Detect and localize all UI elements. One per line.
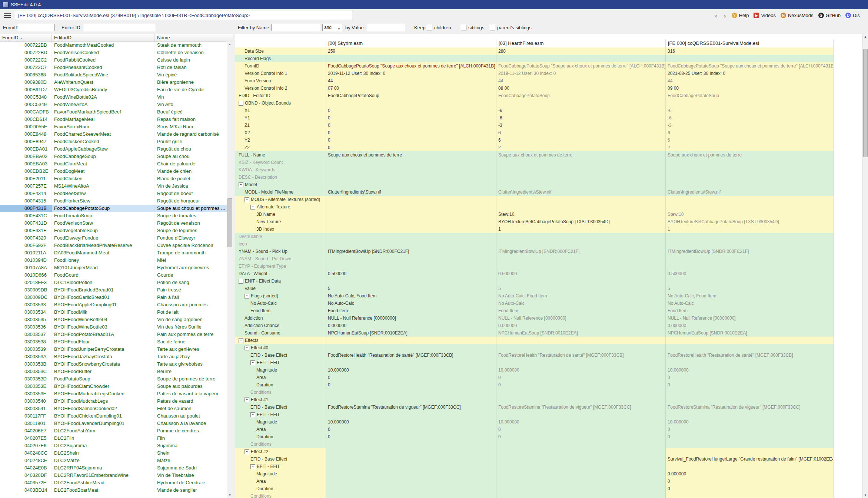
collapse-toggle-icon[interactable]: − bbox=[245, 294, 249, 299]
list-item[interactable]: 0010211ADA03FoodMammothMeatTrompe de mam… bbox=[0, 249, 227, 257]
collapse-toggle-icon[interactable]: − bbox=[250, 360, 255, 365]
value-cell[interactable] bbox=[326, 277, 496, 285]
value-cell[interactable]: 0.500000 bbox=[496, 270, 666, 277]
value-cell[interactable]: NPCHumanEatSoup [SNDR:0010E2EA] bbox=[666, 329, 834, 337]
nav-forward-button[interactable]: › bbox=[723, 12, 726, 19]
value-cell[interactable]: 5 bbox=[496, 285, 666, 292]
list-item[interactable]: 000EBA03FoodClamMeatChair de palourde bbox=[0, 160, 227, 168]
value-cell[interactable]: 6 bbox=[496, 129, 666, 136]
value-cell[interactable]: ITMIngredientBowlUp [SNDR:000FC21F] bbox=[326, 248, 496, 255]
value-cell[interactable]: NULL - Null Reference [00000000] bbox=[666, 314, 834, 322]
value-cell[interactable]: 07 00 bbox=[326, 85, 496, 92]
list-item[interactable]: 030009DCBYOHFoodGarlicBread01Pain à l'ai… bbox=[0, 294, 227, 301]
value-cell[interactable]: NULL - Null Reference [00000000] bbox=[326, 314, 496, 322]
list-item[interactable]: 030009DBBYOHFoodBraidedBread01Pain tress… bbox=[0, 286, 227, 294]
plugin-column-survivalmode[interactable]: [FE 000] ccQDRSSE001-SurvivalMode.esl bbox=[666, 39, 834, 48]
value-cell[interactable] bbox=[666, 463, 834, 470]
list-item[interactable]: 0010D666FoodGourdGourde bbox=[0, 271, 227, 279]
value-cell[interactable]: 0.500000 bbox=[666, 270, 834, 277]
value-cell[interactable]: FoodRestoreStamina "Restauration de vigu… bbox=[666, 403, 834, 411]
value-cell[interactable] bbox=[496, 263, 666, 270]
value-cell[interactable]: 6 bbox=[496, 136, 666, 144]
value-cell[interactable] bbox=[326, 455, 496, 463]
value-cell[interactable]: Food Item bbox=[666, 307, 834, 314]
value-cell[interactable]: Soupe aux choux et pommes de terre bbox=[666, 151, 834, 159]
value-cell[interactable]: 288 bbox=[496, 47, 666, 55]
column-header-formid[interactable]: FormID▲ bbox=[0, 34, 52, 42]
value-cell[interactable] bbox=[496, 166, 666, 174]
value-cell[interactable] bbox=[666, 233, 834, 240]
value-cell[interactable]: No Auto-Calc, Food Item bbox=[496, 292, 666, 300]
list-item[interactable]: 0403BD14DLC2FoodBoarMeatViande de sangli… bbox=[0, 487, 227, 494]
value-cell[interactable] bbox=[666, 359, 834, 366]
value-cell[interactable]: Clutter\Ingredients\Stew.nif bbox=[326, 188, 496, 196]
value-cell[interactable]: Stew:10 bbox=[496, 211, 666, 218]
value-cell[interactable]: No Auto-Calc bbox=[496, 300, 666, 307]
value-cell[interactable] bbox=[666, 240, 834, 248]
scroll-down-icon[interactable]: ▼ bbox=[227, 492, 233, 498]
value-cell[interactable]: Stew:10 bbox=[666, 211, 834, 218]
value-cell[interactable] bbox=[666, 203, 834, 211]
list-item[interactable]: 000F431BFoodCabbagePotatoSoupSoupe aux c… bbox=[0, 205, 227, 212]
link-videos[interactable]: ▶Videos bbox=[754, 13, 776, 18]
value-cell[interactable] bbox=[326, 470, 496, 478]
scroll-up-icon[interactable]: ▲ bbox=[863, 34, 868, 40]
value-cell[interactable] bbox=[496, 389, 666, 396]
value-cell[interactable] bbox=[496, 411, 666, 418]
nav-back-button[interactable]: ‹ bbox=[714, 12, 718, 19]
list-item[interactable]: 000722C7FoodPheasantCookedRôti de faisan bbox=[0, 64, 227, 71]
value-cell[interactable]: 0 bbox=[666, 426, 834, 433]
list-item[interactable]: 00085368FoodSolitudeSpicedWineVin épicé bbox=[0, 71, 227, 79]
value-cell[interactable]: Food Item bbox=[496, 307, 666, 314]
list-item[interactable]: 03003534BYOHFoodMilkPot de lait bbox=[0, 309, 227, 316]
value-cell[interactable] bbox=[496, 478, 666, 485]
value-cell[interactable]: FoodCabbagePotatoSoup "Soupe aux choux e… bbox=[326, 62, 496, 70]
list-item[interactable]: 000C5348FoodWineBottle02AVin bbox=[0, 93, 227, 101]
value-cell[interactable]: Food Item bbox=[326, 307, 496, 314]
value-cell[interactable] bbox=[666, 277, 834, 285]
value-cell[interactable]: 08 00 bbox=[496, 85, 666, 92]
value-cell[interactable] bbox=[326, 196, 496, 203]
value-cell[interactable]: 259 bbox=[326, 47, 496, 55]
value-cell[interactable] bbox=[666, 337, 834, 344]
list-item[interactable]: 000F693FFoodBlackBriarMeadPrivateReserve… bbox=[0, 242, 227, 249]
value-cell[interactable]: 0.000000 bbox=[496, 322, 666, 329]
list-item[interactable]: 030117FFBYOHFoodChickenDumpling01Chausso… bbox=[0, 412, 227, 420]
value-cell[interactable] bbox=[496, 485, 666, 492]
value-cell[interactable]: 0 bbox=[666, 478, 834, 485]
value-cell[interactable]: 0.500000 bbox=[326, 270, 496, 277]
value-cell[interactable]: BYOHTextureSetCabbagePotatoSoup [TXST:03… bbox=[496, 218, 666, 225]
value-cell[interactable]: 0 bbox=[326, 144, 496, 151]
value-cell[interactable] bbox=[666, 344, 834, 352]
list-item[interactable]: 040207E6DLC2SujammaSujamma bbox=[0, 442, 227, 449]
collapse-toggle-icon[interactable]: − bbox=[245, 197, 249, 202]
value-cell[interactable]: 0 bbox=[326, 374, 496, 381]
collapse-toggle-icon[interactable]: − bbox=[239, 279, 243, 284]
list-item[interactable]: 0009380DAleWhiterunQuestBière argonienne bbox=[0, 79, 227, 86]
collapse-toggle-icon[interactable]: − bbox=[239, 101, 243, 106]
value-cell[interactable]: FoodRestoreHealth "Restauration de santé… bbox=[496, 352, 666, 359]
list-item[interactable]: 000EDB2EFoodDogMeatViande de chien bbox=[0, 168, 227, 175]
list-item[interactable]: 0300353CBYOHFoodButterBeurre bbox=[0, 368, 227, 375]
value-cell[interactable]: 0 bbox=[326, 433, 496, 441]
list-item[interactable]: 000722BDFoodVenisonCookedCôtelette de ve… bbox=[0, 49, 227, 56]
value-cell[interactable] bbox=[666, 196, 834, 203]
value-cell[interactable]: 0 bbox=[326, 381, 496, 389]
formid-filter-input[interactable] bbox=[18, 24, 55, 31]
list-item[interactable]: 02018EF3DLC1BloodPotionPotion de sang bbox=[0, 279, 227, 286]
value-cell[interactable]: 0 bbox=[496, 433, 666, 441]
value-cell[interactable]: -6 bbox=[496, 107, 666, 114]
value-cell[interactable]: 0 bbox=[496, 374, 666, 381]
value-cell[interactable] bbox=[326, 344, 496, 352]
value-cell[interactable] bbox=[496, 203, 666, 211]
value-cell[interactable] bbox=[666, 181, 834, 188]
link-discord[interactable]: DDis bbox=[845, 13, 860, 18]
value-cell[interactable] bbox=[326, 211, 496, 218]
filter-logic-select[interactable]: ▼ and bbox=[322, 24, 342, 31]
list-item[interactable]: 000EBA01FoodAppleCabbageStewRagoût de ch… bbox=[0, 145, 227, 153]
value-cell[interactable] bbox=[496, 492, 666, 498]
list-item[interactable]: 03003539BYOHFoodJuniperBerryCrostataTart… bbox=[0, 346, 227, 353]
list-item[interactable]: 0010394DFoodHoneyMiel bbox=[0, 257, 227, 264]
keep-parents-siblings-checkbox[interactable]: parent's siblings bbox=[490, 25, 532, 30]
collapse-toggle-icon[interactable]: − bbox=[239, 338, 243, 343]
